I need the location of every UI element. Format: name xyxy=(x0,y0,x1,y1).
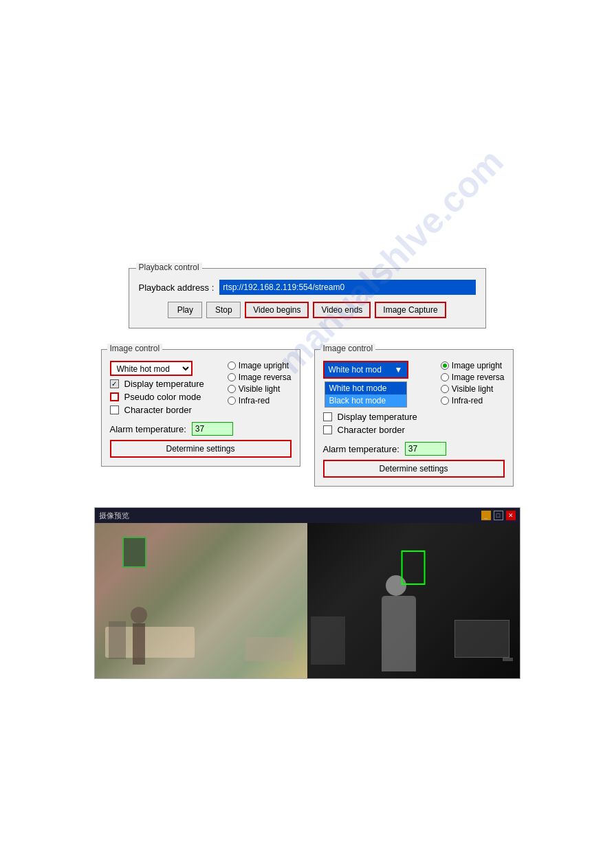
radio-right-visible-icon[interactable] xyxy=(441,385,449,393)
maximize-btn[interactable]: □ xyxy=(494,511,503,520)
display-temp-checkbox[interactable]: ✓ xyxy=(110,379,119,388)
ic-right-dropdown-row: White hot mod ▼ White hot mode Black hot… xyxy=(323,361,435,379)
radio-upright-label: Image upright xyxy=(239,361,289,370)
ic-left-cb1-row: ✓ Display temperature xyxy=(110,379,222,389)
ic-right-columns: White hot mod ▼ White hot mode Black hot… xyxy=(323,361,505,438)
radio-upright-icon[interactable] xyxy=(228,361,236,370)
char-border-label: Character border xyxy=(124,405,192,415)
video-title-text: 摄像预览 xyxy=(99,511,479,521)
ic-right-left: White hot mod ▼ White hot mode Black hot… xyxy=(323,361,435,438)
radio-right-visible-label: Visible light xyxy=(452,384,493,394)
ic-left-radio-upright: Image upright xyxy=(228,361,292,370)
char-border-checkbox[interactable] xyxy=(110,405,119,414)
ic-left-radio-infrared: Infra-red xyxy=(228,396,292,405)
page-container: Playback control Playback address : Play… xyxy=(0,0,614,693)
ic-right-radio-reversa: Image reversa xyxy=(441,372,505,382)
playback-address-row: Playback address : xyxy=(139,280,476,295)
stop-button[interactable]: Stop xyxy=(206,302,241,318)
video-panel: 摄像预览 _ □ ✕ xyxy=(94,507,520,679)
determine-btn-right[interactable]: Determine settings xyxy=(323,460,505,478)
display-temp-label: Display temperature xyxy=(124,379,204,389)
ic-right-cb1-row: Display temperature xyxy=(323,412,435,422)
radio-right-reversa-label: Image reversa xyxy=(452,372,505,382)
video-title-bar: 摄像预览 _ □ ✕ xyxy=(95,508,520,523)
playback-buttons-row: Play Stop Video begins Video ends Image … xyxy=(139,302,476,318)
video-right-panel xyxy=(307,523,520,678)
video-left-panel xyxy=(95,523,307,678)
determine-btn-left[interactable]: Determine settings xyxy=(110,440,292,458)
close-btn[interactable]: ✕ xyxy=(506,511,516,520)
ic-left-radio-reversa: Image reversa xyxy=(228,372,292,382)
image-capture-button[interactable]: Image Capture xyxy=(375,302,446,318)
person-head-left xyxy=(131,607,147,623)
image-control-right-panel: Image control White hot mod ▼ White hot … xyxy=(314,349,514,487)
dropdown-option-white-hot[interactable]: White hot mode xyxy=(325,382,406,394)
thermal-person-body xyxy=(382,596,416,671)
video-ends-button[interactable]: Video ends xyxy=(313,302,371,318)
ic-right-dropdown[interactable]: White hot mod ▼ xyxy=(325,362,407,377)
green-box-left xyxy=(122,537,146,568)
radio-right-infrared-label: Infra-red xyxy=(452,396,483,405)
ic-right-display-temp-label: Display temperature xyxy=(338,412,417,422)
ic-left-radio-visible: Visible light xyxy=(228,384,292,394)
alarm-label-left: Alarm temperature: xyxy=(110,424,186,434)
radio-reversa-label: Image reversa xyxy=(239,372,292,382)
radio-right-upright-label: Image upright xyxy=(452,361,502,370)
thermal-detection-box xyxy=(402,550,426,585)
radio-reversa-icon[interactable] xyxy=(228,373,236,381)
ic-left-panel-title: Image control xyxy=(107,344,163,353)
ic-right-radio-upright: Image upright xyxy=(441,361,505,370)
play-button[interactable]: Play xyxy=(168,302,202,318)
ic-right-dropdown-container: White hot mod ▼ White hot mode Black hot… xyxy=(323,361,408,379)
ic-left-radio-group: Image upright Image reversa Visible ligh… xyxy=(228,361,292,418)
ic-left-cb2-row: Pseudo color mode xyxy=(110,392,222,402)
image-control-left-panel: Image control White hot mod ✓ Display te… xyxy=(101,349,300,467)
thermal-left-object xyxy=(311,616,345,665)
ic-right-cb2-row: Character border xyxy=(323,425,435,435)
video-begins-button[interactable]: Video begins xyxy=(245,302,309,318)
radio-right-upright-icon[interactable] xyxy=(441,361,449,370)
thermal-monitor xyxy=(454,620,509,658)
alarm-label-right: Alarm temperature: xyxy=(323,444,399,454)
alarm-input-right[interactable] xyxy=(405,442,446,456)
ic-left-dropdown[interactable]: White hot mod xyxy=(110,361,193,376)
image-panels-row: Image control White hot mod ✓ Display te… xyxy=(101,349,514,487)
pseudo-color-label: Pseudo color mode xyxy=(124,392,201,402)
ic-right-display-temp-checkbox[interactable] xyxy=(323,412,332,421)
ic-right-radio-visible: Visible light xyxy=(441,384,505,394)
person-left-shape xyxy=(109,621,126,659)
alarm-input-left[interactable] xyxy=(192,422,233,436)
playback-address-input[interactable] xyxy=(219,280,475,295)
video-content xyxy=(95,523,520,678)
minimize-btn[interactable]: _ xyxy=(481,511,491,520)
ic-right-dropdown-popup: White hot mode Black hot mode xyxy=(325,381,407,408)
ic-right-checkboxes: Display temperature Character border xyxy=(323,412,435,435)
radio-right-infrared-icon[interactable] xyxy=(441,397,449,405)
radio-visible-label: Visible light xyxy=(239,384,280,394)
ic-right-radio-infrared: Infra-red xyxy=(441,396,505,405)
ic-left-columns: White hot mod ✓ Display temperature Pseu… xyxy=(110,361,292,418)
ic-left-left: White hot mod ✓ Display temperature Pseu… xyxy=(110,361,222,418)
desk-shape xyxy=(245,637,294,661)
playback-panel: Playback control Playback address : Play… xyxy=(129,268,486,329)
person-silhouette-left xyxy=(133,623,145,665)
ic-left-alarm-row: Alarm temperature: xyxy=(110,422,292,436)
thermal-monitor-base xyxy=(503,658,513,661)
ic-left-dropdown-row: White hot mod xyxy=(110,361,222,376)
playback-panel-title: Playback control xyxy=(136,263,202,272)
radio-infrared-label: Infra-red xyxy=(239,396,270,405)
radio-infrared-icon[interactable] xyxy=(228,397,236,405)
ic-right-dropdown-value: White hot mod xyxy=(329,365,382,375)
ic-left-cb3-row: Character border xyxy=(110,405,222,415)
radio-right-reversa-icon[interactable] xyxy=(441,373,449,381)
pseudo-color-checkbox[interactable] xyxy=(110,392,119,401)
ic-right-radio-group: Image upright Image reversa Visible ligh… xyxy=(441,361,505,438)
playback-address-label: Playback address : xyxy=(139,282,215,293)
dropdown-arrow-icon: ▼ xyxy=(395,365,403,375)
dropdown-option-black-hot[interactable]: Black hot mode xyxy=(325,394,406,407)
ic-right-char-border-checkbox[interactable] xyxy=(323,425,332,434)
ic-right-panel-title: Image control xyxy=(320,344,376,353)
ic-right-alarm-row: Alarm temperature: xyxy=(323,442,505,456)
ic-right-char-border-label: Character border xyxy=(338,425,405,435)
radio-visible-icon[interactable] xyxy=(228,385,236,393)
